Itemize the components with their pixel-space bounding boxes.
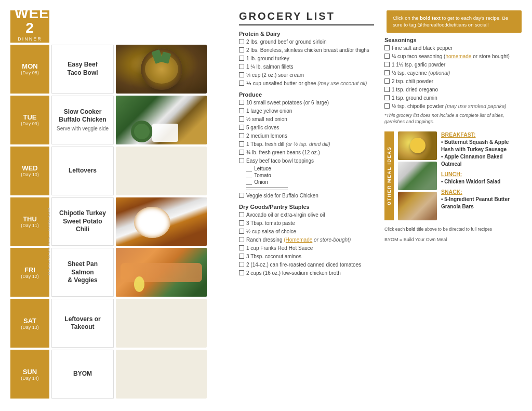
day-fri: FRI (Day 12) bbox=[10, 248, 49, 297]
grocery-item: Veggie side for Buffalo Chicken bbox=[239, 192, 374, 200]
photo-thu bbox=[116, 197, 207, 246]
meal-tue[interactable]: Slow CookerBuffalo Chicken Serve with ve… bbox=[51, 96, 114, 144]
other-photo-breakfast bbox=[398, 131, 437, 160]
week-label: WEEK 2 bbox=[15, 6, 45, 35]
seasonings-section: Seasonings Fine salt and black pepper ¼ … bbox=[384, 37, 522, 125]
grocery-item: Ranch dressing (Homemade or store-bought… bbox=[239, 236, 374, 244]
grocery-list-panel: GROCERY LIST Protein & Dairy 2 lbs. grou… bbox=[234, 10, 379, 401]
lunch-label: LUNCH: bbox=[441, 171, 522, 177]
seasoning-item: 1 tsp. dried oregano bbox=[384, 86, 522, 94]
grocery-item: 2 lbs. Boneless, skinless chicken breast… bbox=[239, 47, 374, 54]
grocery-item: 2 medium lemons bbox=[239, 132, 374, 140]
grocery-item: 1 cup Franks Red Hot Sauce bbox=[239, 245, 374, 252]
other-photo-lunch bbox=[398, 162, 437, 190]
week-header: WEEK 2 DINNER MENU bbox=[10, 10, 49, 43]
seasoning-item: 1 tsp. ground cumin bbox=[384, 95, 522, 102]
grocery-title: GROCERY LIST bbox=[239, 10, 374, 25]
grocery-item: ¾ lb. fresh green beans (12 oz.) bbox=[239, 149, 374, 156]
grocery-item: 1 lb. ground turkey bbox=[239, 55, 374, 62]
day-tue: TUE (Day 09) bbox=[10, 96, 49, 144]
breakfast-label: BREAKFAST: bbox=[441, 131, 522, 138]
seasoning-item: ¼ cup taco seasoning (homemade or store … bbox=[384, 53, 522, 60]
protein-dairy-title: Protein & Dairy bbox=[239, 31, 374, 37]
grocery-item: 2 (14-oz.) can fire-roasted canned diced… bbox=[239, 261, 374, 269]
lunch-item-1: Chicken Waldorf Salad bbox=[441, 178, 522, 185]
grocery-item: ⅓ cup unsalted butter or ghee (may use c… bbox=[239, 80, 374, 87]
day-sun: SUN (Day 14) bbox=[10, 350, 49, 399]
day-wed: WED (Day 10) bbox=[10, 147, 49, 195]
seasoning-item: 2 tsp. chili powder bbox=[384, 78, 522, 85]
grocery-item: 3 Tbsp. tomato paste bbox=[239, 220, 374, 227]
grocery-item: ½ cup salsa of choice bbox=[239, 228, 374, 235]
right-panel: Click on the bold text to get to each da… bbox=[379, 10, 522, 401]
grocery-item: 2 cups (16 oz.) low-sodium chicken broth bbox=[239, 270, 374, 277]
day-mon: MON (Day 08) bbox=[10, 45, 49, 94]
photo-tue bbox=[116, 96, 207, 144]
seasoning-item: ½ tsp. cayenne (optional) bbox=[384, 70, 522, 77]
seasoning-item: Fine salt and black pepper bbox=[384, 45, 522, 52]
photo-fri bbox=[116, 248, 207, 297]
snack-item-1: 5-Ingredient Peanut Butter Granola Bars bbox=[441, 196, 522, 210]
other-meal-ideas-section: OTHER MEAL IDEAS BREAKFAST: Butternu bbox=[384, 131, 522, 220]
dry-goods-title: Dry Goods/Pantry Staples bbox=[239, 204, 374, 210]
meal-thu[interactable]: Chipotle TurkeySweet PotatoChili bbox=[51, 197, 114, 246]
site-watermark: THEREALFOODDIETITIANS.COM bbox=[47, 207, 50, 275]
byom-note: BYOM = Build Your Own Meal bbox=[384, 237, 522, 242]
meal-fri[interactable]: Sheet PanSalmon& Veggies bbox=[51, 248, 114, 297]
grocery-item: 1 large yellow onion bbox=[239, 108, 374, 115]
grocery-item: Avocado oil or extra-virgin olive oil bbox=[239, 211, 374, 219]
snack-label: SNACK: bbox=[441, 189, 522, 195]
day-thu: THU (Day 11) bbox=[10, 197, 49, 246]
photo-sun bbox=[116, 350, 207, 399]
meal-wed[interactable]: Leftovers bbox=[51, 147, 114, 195]
grocery-item: 10 small sweet potatoes (or 6 large) bbox=[239, 99, 374, 107]
meal-sat[interactable]: Leftovers orTakeout bbox=[51, 299, 114, 348]
seasoning-item: ½ tsp. chipotle powder (may use smoked p… bbox=[384, 103, 522, 110]
grocery-item: ½ small red onion bbox=[239, 116, 374, 123]
grocery-note: *This grocery list does not include a co… bbox=[384, 112, 522, 125]
other-meal-label: OTHER MEAL IDEAS bbox=[384, 131, 394, 220]
meal-sun[interactable]: BYOM bbox=[51, 350, 114, 399]
grocery-item: 1 ¼ lb. salmon fillets bbox=[239, 63, 374, 71]
grocery-item: ¼ cup (2 oz.) sour cream bbox=[239, 72, 374, 79]
social-note-box: Click on the bold text to get to each da… bbox=[387, 10, 522, 33]
meal-mon[interactable]: Easy BeefTaco Bowl bbox=[51, 45, 114, 94]
other-photo-snack bbox=[398, 192, 437, 220]
photo-sat bbox=[116, 299, 207, 348]
click-directions-note: Click each bold title above to be direct… bbox=[384, 227, 522, 232]
other-meal-text: BREAKFAST: Butternut Squash & Apple Hash… bbox=[441, 131, 522, 220]
breakfast-item-1: Butternut Squash & Apple Hash with Turke… bbox=[441, 139, 522, 153]
photo-wed bbox=[116, 147, 207, 195]
day-sat: SAT (Day 13) bbox=[10, 299, 49, 348]
seasoning-item: 1 1½ tsp. garlic powder bbox=[384, 61, 522, 69]
grocery-item: Easy beef taco bowl toppings bbox=[239, 157, 374, 165]
breakfast-item-2: Apple Cinnamon Baked Oatmeal bbox=[441, 153, 522, 168]
grocery-item: 3 Tbsp. coconut aminos bbox=[239, 253, 374, 260]
seasonings-title: Seasonings bbox=[384, 37, 522, 43]
grocery-item: 5 garlic cloves bbox=[239, 124, 374, 131]
grocery-item: 1 Tbsp. fresh dill (or ½ tsp. dried dill… bbox=[239, 141, 374, 148]
toppings-group: __Lettuce __Tomato __Onion bbox=[246, 166, 374, 190]
photo-mon bbox=[116, 45, 207, 94]
produce-title: Produce bbox=[239, 91, 374, 98]
other-meal-photos bbox=[398, 131, 437, 220]
grocery-item: 2 lbs. ground beef or ground sirloin bbox=[239, 38, 374, 46]
